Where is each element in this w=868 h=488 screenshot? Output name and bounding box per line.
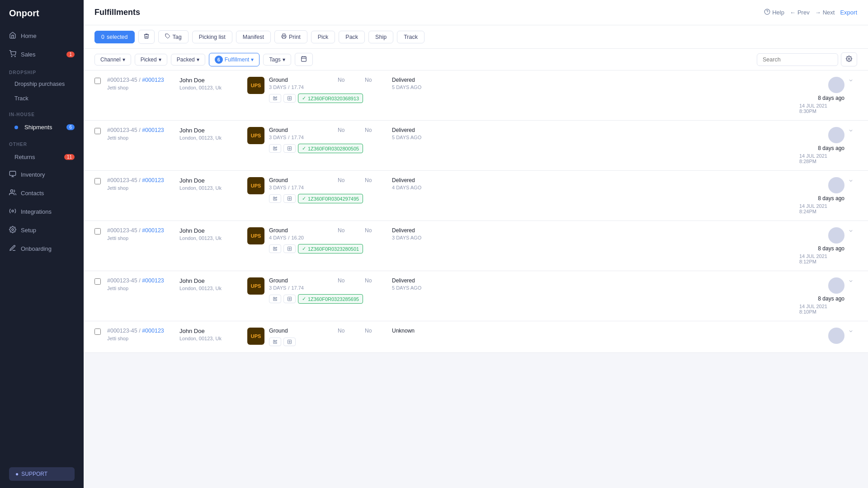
checkbox-1[interactable]	[94, 128, 101, 134]
expand-btn-2[interactable]	[844, 177, 857, 183]
row-flag1-4: No	[338, 277, 365, 284]
tracking-number-btn-3[interactable]: ✓ 1Z360F0R0323280501	[298, 244, 363, 253]
expand-btn-3[interactable]	[844, 227, 857, 234]
delete-button[interactable]	[138, 30, 155, 44]
download-btn-4[interactable]	[283, 295, 296, 303]
svg-rect-20	[288, 340, 291, 343]
tracking-number-0: 1Z360F0R0320368913	[308, 96, 359, 101]
sidebar-item-setup[interactable]: Setup	[0, 221, 84, 239]
row-carrier-1: UPS Ground 3 DAYS/17.74 ✓ 1Z360F0R030280…	[247, 127, 338, 153]
calendar-filter[interactable]	[295, 53, 313, 66]
tracking-number-btn-4[interactable]: ✓ 1Z360F0R0323285695	[298, 294, 363, 304]
order-link-1[interactable]: #000123	[142, 127, 164, 133]
order-id-4: #000123-45 / #000123	[107, 277, 179, 284]
sidebar-item-onboarding[interactable]: Onboarding	[0, 239, 84, 258]
expand-btn-4[interactable]	[844, 277, 857, 284]
export-link[interactable]: Export	[840, 9, 857, 16]
track-button[interactable]: Track	[397, 31, 425, 43]
svg-rect-19	[288, 297, 291, 300]
support-button[interactable]: ● SUPPORT	[9, 467, 75, 481]
search-input[interactable]	[757, 53, 838, 66]
download-btn-3[interactable]	[283, 244, 296, 253]
filter-settings-button[interactable]	[841, 52, 857, 66]
active-dot	[14, 126, 18, 129]
svg-point-4	[12, 210, 14, 212]
order-link-3[interactable]: #000123	[142, 227, 164, 234]
svg-rect-16	[288, 146, 291, 150]
checkbox-4[interactable]	[94, 278, 101, 285]
download-btn-2[interactable]	[283, 194, 296, 203]
sidebar-item-shipments[interactable]: Shipments 6	[0, 119, 84, 136]
sidebar-item-inventory[interactable]: Inventory	[0, 165, 84, 184]
order-link-2[interactable]: #000123	[142, 177, 164, 183]
checkbox-0[interactable]	[94, 78, 101, 84]
tag-button[interactable]: Tag	[158, 30, 189, 43]
svg-point-5	[12, 229, 14, 230]
order-link-0[interactable]: #000123	[142, 77, 164, 83]
picked-filter[interactable]: Picked ▾	[135, 54, 167, 66]
download-btn-0[interactable]	[283, 94, 296, 103]
expand-btn-1[interactable]	[844, 127, 857, 133]
tags-filter[interactable]: Tags ▾	[263, 54, 291, 66]
next-link[interactable]: → Next	[815, 9, 835, 16]
tracking-number-1: 1Z360F0R0302800505	[308, 146, 359, 151]
tracking-number-btn-0[interactable]: ✓ 1Z360F0R0320368913	[298, 94, 363, 103]
pack-button[interactable]: Pack	[339, 31, 365, 43]
ship-button[interactable]: Ship	[368, 31, 393, 43]
customer-address-3: London, 00123, Uk	[179, 235, 247, 241]
manifest-button[interactable]: Manifest	[236, 31, 271, 43]
picking-list-button[interactable]: Picking list	[192, 31, 232, 43]
svg-rect-15	[288, 96, 291, 100]
sidebar-item-dropship-purchases[interactable]: Dropship purchases	[0, 77, 84, 91]
copy-btn-1[interactable]	[269, 144, 281, 153]
contacts-icon	[9, 189, 16, 197]
expand-btn-5[interactable]	[844, 328, 857, 334]
sidebar-item-track[interactable]: Track	[0, 91, 84, 106]
checkbox-2[interactable]	[94, 178, 101, 184]
copy-btn-3[interactable]	[269, 244, 281, 253]
sidebar-item-home[interactable]: Home	[0, 27, 84, 45]
download-btn-5[interactable]	[283, 338, 296, 346]
order-link-5[interactable]: #000123	[142, 328, 164, 334]
customer-name-3: John Doe	[179, 227, 247, 234]
print-icon	[281, 33, 287, 40]
row-avatar-3: 8 days ago 14 JUL 2021 8:12PM	[799, 227, 844, 264]
packed-filter[interactable]: Packed ▾	[171, 54, 205, 66]
row-carrier-5: UPS Ground	[247, 328, 338, 346]
sidebar-item-returns[interactable]: Returns 11	[0, 149, 84, 165]
copy-btn-2[interactable]	[269, 194, 281, 203]
checkbox-3[interactable]	[94, 228, 101, 235]
order-link-4[interactable]: #000123	[142, 277, 164, 284]
selected-button[interactable]: 0 selected	[94, 31, 135, 43]
calendar-icon	[301, 56, 307, 63]
sidebar-item-sales[interactable]: Sales 1	[0, 45, 84, 64]
sidebar-item-contacts[interactable]: Contacts	[0, 184, 84, 202]
ups-logo-0: UPS	[247, 77, 264, 94]
row-checkbox-2	[94, 177, 107, 186]
copy-btn-5[interactable]	[269, 338, 281, 346]
copy-btn-4[interactable]	[269, 295, 281, 303]
checkbox-5[interactable]	[94, 328, 101, 335]
chevron-down-icon: ▾	[123, 56, 125, 63]
row-avatar-2: 8 days ago 14 JUL 2021 8:24PM	[799, 177, 844, 214]
logo: Onport	[0, 0, 84, 27]
tracking-number-btn-2[interactable]: ✓ 1Z360F0R0304297495	[298, 194, 363, 203]
prev-link[interactable]: ← Prev	[790, 9, 810, 16]
svg-rect-2	[9, 171, 15, 175]
row-order-2: #000123-45 / #000123 Jetti shop	[107, 177, 179, 191]
help-link[interactable]: Help	[764, 9, 784, 16]
tracking-number-btn-1[interactable]: ✓ 1Z360F0R0302800505	[298, 144, 363, 153]
copy-btn-0[interactable]	[269, 94, 281, 103]
row-checkbox-5	[94, 328, 107, 336]
print-button[interactable]: Print	[274, 30, 307, 43]
pick-button[interactable]: Pick	[311, 31, 335, 43]
expand-btn-0[interactable]	[844, 77, 857, 83]
download-btn-1[interactable]	[283, 144, 296, 153]
channel-filter[interactable]: Channel ▾	[94, 54, 131, 66]
row-status-3: Delivered 3 DAYS AGO	[392, 227, 446, 240]
svg-rect-9	[283, 37, 285, 38]
time-ago-3: 8 days ago	[818, 245, 844, 252]
support-icon: ●	[15, 471, 19, 477]
fulfillment-filter[interactable]: 6 Fulfillment ▾	[209, 53, 260, 66]
sidebar-item-integrations[interactable]: Integrations	[0, 202, 84, 221]
